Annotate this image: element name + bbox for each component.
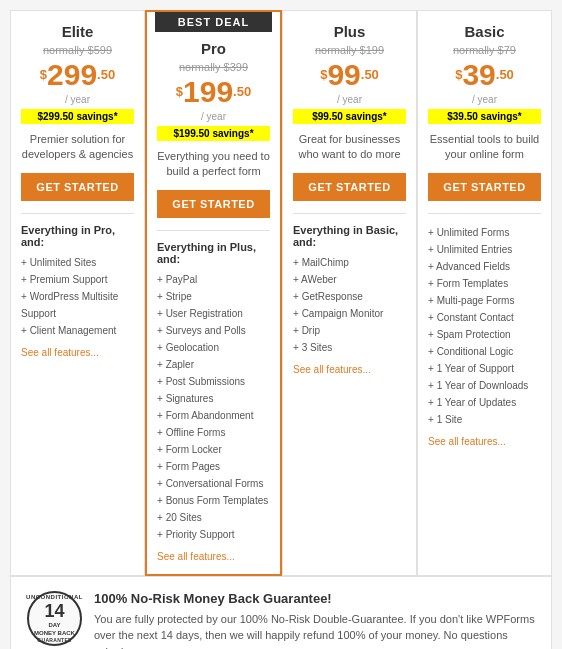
- get-started-btn-basic[interactable]: GET STARTED: [428, 173, 541, 201]
- price-dollar-pro: $: [176, 84, 183, 99]
- seal-days: 14: [26, 601, 83, 623]
- feature-item: 1 Year of Support: [428, 360, 541, 377]
- plan-description-elite: Premier solution for developers & agenci…: [21, 132, 134, 163]
- feature-item: Constant Contact: [428, 309, 541, 326]
- price-dollar-elite: $: [40, 67, 47, 82]
- plan-name-pro: Pro: [157, 40, 270, 57]
- features-title-elite: Everything in Pro, and:: [21, 224, 134, 248]
- feature-item: User Registration: [157, 305, 270, 322]
- feature-item: Drip: [293, 322, 406, 339]
- feature-item: Conditional Logic: [428, 343, 541, 360]
- plan-name-plus: Plus: [293, 23, 406, 40]
- price-main-elite: 299: [47, 58, 97, 91]
- feature-item: Advanced Fields: [428, 258, 541, 275]
- feature-item: Form Templates: [428, 275, 541, 292]
- price-cents-basic: .50: [496, 67, 514, 82]
- divider-pro: [157, 230, 270, 231]
- original-price-pro: normally $399: [157, 61, 270, 73]
- feature-item: Unlimited Forms: [428, 224, 541, 241]
- feature-item: Surveys and Polls: [157, 322, 270, 339]
- feature-item: GetResponse: [293, 288, 406, 305]
- price-main-plus: 99: [327, 58, 360, 91]
- feature-item: Client Management: [21, 322, 134, 339]
- price-cents-elite: .50: [97, 67, 115, 82]
- plan-name-basic: Basic: [428, 23, 541, 40]
- divider-elite: [21, 213, 134, 214]
- pricing-wrapper: Elitenormally $599 $299.50 / year$299.50…: [10, 10, 552, 649]
- original-price-basic: normally $79: [428, 44, 541, 56]
- features-title-pro: Everything in Plus, and:: [157, 241, 270, 265]
- feature-item: Zapler: [157, 356, 270, 373]
- plan-plus: Plusnormally $199 $99.50 / year$99.50 sa…: [282, 10, 417, 576]
- get-started-btn-pro[interactable]: GET STARTED: [157, 190, 270, 218]
- see-all-link-plus[interactable]: See all features...: [293, 364, 406, 375]
- plan-pro: BEST DEALPronormally $399 $199.50 / year…: [145, 10, 282, 576]
- feature-item: Form Locker: [157, 441, 270, 458]
- feature-item: WordPress Multisite Support: [21, 288, 134, 322]
- feature-item: Campaign Monitor: [293, 305, 406, 322]
- price-row-basic: $39.50: [428, 58, 541, 92]
- feature-item: AWeber: [293, 271, 406, 288]
- feature-item: Spam Protection: [428, 326, 541, 343]
- feature-item: MailChimp: [293, 254, 406, 271]
- savings-badge-basic: $39.50 savings*: [428, 109, 541, 124]
- savings-badge-elite: $299.50 savings*: [21, 109, 134, 124]
- original-price-plus: normally $199: [293, 44, 406, 56]
- feature-item: 1 Year of Downloads: [428, 377, 541, 394]
- feature-item: 3 Sites: [293, 339, 406, 356]
- get-started-btn-elite[interactable]: GET STARTED: [21, 173, 134, 201]
- price-row-plus: $99.50: [293, 58, 406, 92]
- seal-guarantee: GUARANTEE: [26, 637, 83, 643]
- guarantee-seal: UNCONDITIONAL 14 DAY MONEY BACK GUARANTE…: [27, 591, 82, 646]
- feature-item: 1 Year of Updates: [428, 394, 541, 411]
- price-main-pro: 199: [183, 75, 233, 108]
- divider-plus: [293, 213, 406, 214]
- features-list-basic: Unlimited FormsUnlimited EntriesAdvanced…: [428, 224, 541, 428]
- guarantee-text: You are fully protected by our 100% No-R…: [94, 611, 535, 649]
- plan-description-pro: Everything you need to build a perfect f…: [157, 149, 270, 180]
- price-cents-plus: .50: [361, 67, 379, 82]
- divider-basic: [428, 213, 541, 214]
- price-row-pro: $199.50: [157, 75, 270, 109]
- seal-day: DAY: [26, 622, 83, 629]
- price-cents-pro: .50: [233, 84, 251, 99]
- features-title-plus: Everything in Basic, and:: [293, 224, 406, 248]
- plans-container: Elitenormally $599 $299.50 / year$299.50…: [10, 10, 552, 576]
- plan-name-elite: Elite: [21, 23, 134, 40]
- feature-item: Form Abandonment: [157, 407, 270, 424]
- price-period-plus: / year: [293, 94, 406, 105]
- feature-item: Signatures: [157, 390, 270, 407]
- seal-unconditional: UNCONDITIONAL: [26, 594, 83, 601]
- feature-item: PayPal: [157, 271, 270, 288]
- savings-badge-plus: $99.50 savings*: [293, 109, 406, 124]
- plan-description-basic: Essential tools to build your online for…: [428, 132, 541, 163]
- see-all-link-basic[interactable]: See all features...: [428, 436, 541, 447]
- feature-item: Premium Support: [21, 271, 134, 288]
- seal-money-back: MONEY BACK: [26, 630, 83, 637]
- see-all-link-elite[interactable]: See all features...: [21, 347, 134, 358]
- feature-item: 20 Sites: [157, 509, 270, 526]
- features-list-plus: MailChimpAWeberGetResponseCampaign Monit…: [293, 254, 406, 356]
- savings-badge-pro: $199.50 savings*: [157, 126, 270, 141]
- price-main-basic: 39: [462, 58, 495, 91]
- feature-item: Geolocation: [157, 339, 270, 356]
- guarantee-title: 100% No-Risk Money Back Guarantee!: [94, 591, 535, 606]
- feature-item: Unlimited Entries: [428, 241, 541, 258]
- feature-item: Conversational Forms: [157, 475, 270, 492]
- feature-item: Bonus Form Templates: [157, 492, 270, 509]
- price-row-elite: $299.50: [21, 58, 134, 92]
- feature-item: Priority Support: [157, 526, 270, 543]
- feature-item: Form Pages: [157, 458, 270, 475]
- price-period-pro: / year: [157, 111, 270, 122]
- price-period-elite: / year: [21, 94, 134, 105]
- feature-item: Unlimited Sites: [21, 254, 134, 271]
- guarantee-text-block: 100% No-Risk Money Back Guarantee! You a…: [94, 591, 535, 649]
- feature-item: Multi-page Forms: [428, 292, 541, 309]
- see-all-link-pro[interactable]: See all features...: [157, 551, 270, 562]
- feature-item: Post Submissions: [157, 373, 270, 390]
- best-deal-badge: BEST DEAL: [155, 12, 272, 32]
- get-started-btn-plus[interactable]: GET STARTED: [293, 173, 406, 201]
- plan-description-plus: Great for businesses who want to do more: [293, 132, 406, 163]
- plan-basic: Basicnormally $79 $39.50 / year$39.50 sa…: [417, 10, 552, 576]
- feature-item: Stripe: [157, 288, 270, 305]
